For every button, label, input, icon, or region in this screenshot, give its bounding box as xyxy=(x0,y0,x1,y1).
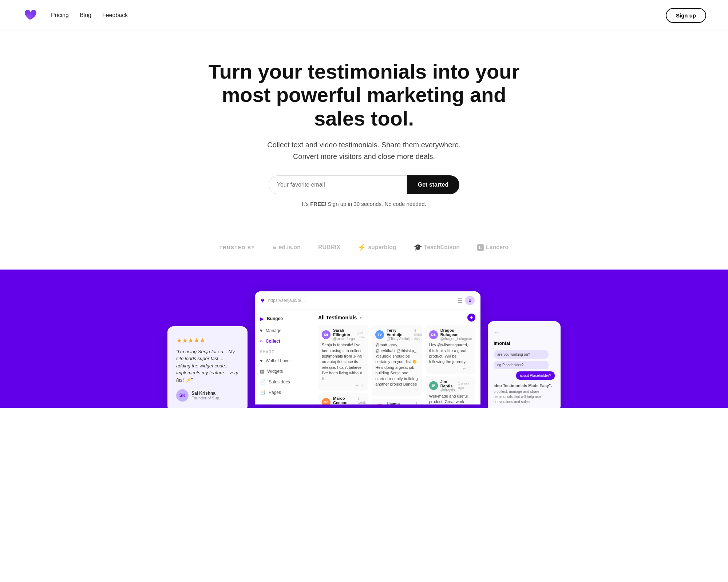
nav-links: Pricing Blog Feedback xyxy=(51,12,128,19)
sales-docs-icon: 📄 xyxy=(260,379,266,384)
dashboard-topbar: ♥ https://senja.io/p/... ☰ U xyxy=(255,291,480,310)
testimonial-author-name: Terry Verduijn xyxy=(387,328,412,337)
pages-icon: 📑 xyxy=(260,390,266,395)
sidebar-item-wall-of-love[interactable]: ♥ Wall of Love xyxy=(255,355,313,366)
hero-title: Turn your testimonials into your most po… xyxy=(207,60,521,130)
right-chat-card: ← imonial are you working on? ng Placeho… xyxy=(488,321,561,408)
trusted-logo-teachedison: 🎓 TeachEdison xyxy=(414,243,460,251)
star-rating: ★★★★★ xyxy=(176,336,239,344)
testimonial-time: 1 week ago xyxy=(357,396,366,404)
nav-link-pricing[interactable]: Pricing xyxy=(51,12,69,19)
chat-bubbles: are you working on? ng Placeholder? abou… xyxy=(494,350,555,380)
author-name: Sai Krishna xyxy=(191,391,222,396)
trusted-logo-rubrix: RUBRIX xyxy=(318,244,340,251)
table-row: TV Terry Verduijn @TerryVerduijn 4 minut… xyxy=(372,325,422,396)
table-row: MC Marco Ceccon @macedorga 1 week ago Th… xyxy=(318,393,368,404)
table-row: DB Dragos Bulugean @dragos_bulugean 1 we… xyxy=(426,325,475,374)
heart-icon[interactable]: ♡ xyxy=(468,366,472,371)
testimonial-author-name: Usama Khalid xyxy=(387,402,413,404)
hero-cta: Get started xyxy=(207,175,521,194)
get-started-button[interactable]: Get started xyxy=(407,175,459,194)
trusted-label: TRUSTED BY xyxy=(219,245,255,250)
dashboard-body: ▶ Bungee ♥ Manage ○ Collect SHARE ♥ Wall xyxy=(255,310,480,404)
back-icon[interactable]: ← xyxy=(494,328,555,336)
testimonial-text: Well-made and useful product. Great work… xyxy=(429,394,472,404)
avatar: SE xyxy=(322,330,331,339)
user-avatar: U xyxy=(465,296,475,305)
dashboard-main-header: All Testimonials ▾ + xyxy=(318,314,475,322)
list-item: ng Placeholder? xyxy=(494,361,549,369)
testimonials-col2: TV Terry Verduijn @TerryVerduijn 4 minut… xyxy=(372,325,422,404)
sidebar-brand-icon: ▶ xyxy=(260,316,264,322)
signup-button[interactable]: Sign up xyxy=(666,8,706,23)
testimonial-author-name: Sarah Ellington xyxy=(333,328,355,337)
logo[interactable] xyxy=(22,7,38,24)
testimonial-author-handle: @draptis xyxy=(440,388,455,392)
table-row: UK Usama Khalid @usama_khalid 1 week ago… xyxy=(372,399,422,404)
testimonial-author-handle: @dragos_bulugean xyxy=(440,337,472,341)
avatar: JR xyxy=(429,381,438,390)
hero-fine-print: It's FREE! Sign up in 30 seconds. No cod… xyxy=(207,201,521,207)
author-role: Founder of Sup... xyxy=(191,396,222,400)
trusted-logos: ≡ ed.is.on RUBRIX ⚡ superblog 🎓 TeachEdi… xyxy=(273,243,509,251)
avatar: MC xyxy=(322,398,331,404)
table-row: SE Sarah Ellington @macedorga just now S… xyxy=(318,325,368,391)
reply-icon[interactable]: ↩ xyxy=(463,366,466,371)
right-card-testimonial-label: ideo Testimonials Made Easy". xyxy=(494,383,555,388)
dashboard-main: All Testimonials ▾ + SE Sarah Ellington xyxy=(313,310,480,404)
manage-icon: ♥ xyxy=(260,328,263,333)
sidebar-item-pages[interactable]: 📑 Pages xyxy=(255,387,313,398)
left-testimonial-card: ★★★★★ "I'm using Senja for su... My site… xyxy=(167,326,248,408)
avatar: DB xyxy=(429,330,438,339)
nav-link-feedback[interactable]: Feedback xyxy=(102,12,128,19)
sidebar-item-manage[interactable]: ♥ Manage xyxy=(255,325,313,336)
right-card-testimonial-text: o collect, manage and share testimonials… xyxy=(494,389,555,404)
sidebar-share-divider: SHARE xyxy=(255,346,313,355)
reply-icon[interactable]: ↩ xyxy=(355,383,359,388)
right-card-title: imonial xyxy=(494,340,555,346)
testimonial-time: 1 week ago xyxy=(458,382,472,390)
testimonial-time: 4 minutes ago xyxy=(414,328,422,340)
add-testimonial-button[interactable]: + xyxy=(467,314,475,322)
sidebar-item-sales-docs[interactable]: 📄 Sales docs xyxy=(255,376,313,387)
testimonial-time: 1 week ago xyxy=(475,328,475,340)
nav-link-blog[interactable]: Blog xyxy=(80,12,91,19)
left-card-author: SK Sai Krishna Founder of Sup... xyxy=(176,389,239,402)
avatar: TV xyxy=(375,330,384,339)
dashboard-sidebar: ▶ Bungee ♥ Manage ○ Collect SHARE ♥ Wall xyxy=(255,310,313,404)
testimonial-time: 1 week ago xyxy=(415,402,422,404)
table-row: JR Jim Raptis @draptis 1 week ago Well-m… xyxy=(426,376,475,404)
trusted-logo-lancero: L Lancero xyxy=(477,244,509,251)
testimonials-col3: DB Dragos Bulugean @dragos_bulugean 1 we… xyxy=(426,325,475,404)
trusted-section: TRUSTED BY ≡ ed.is.on RUBRIX ⚡ superblog… xyxy=(0,229,728,270)
dashboard-inner: ★★★★★ "I'm using Senja for su... My site… xyxy=(164,291,564,404)
testimonial-text: @matt_gray_ @arvidkahl @thisiskp_ @eubol… xyxy=(375,342,418,387)
testimonial-time: just now xyxy=(357,331,364,339)
hero-subtitle: Collect text and video testimonials. Sha… xyxy=(207,139,521,162)
testimonial-author-handle: @macedorga xyxy=(333,337,355,341)
collect-icon: ○ xyxy=(260,338,263,344)
testimonials-col1: SE Sarah Ellington @macedorga just now S… xyxy=(318,325,368,404)
sidebar-item-widgets[interactable]: ▦ Widgets xyxy=(255,366,313,376)
all-testimonials-title: All Testimonials xyxy=(318,315,357,320)
reply-icon[interactable]: ↩ xyxy=(409,388,412,393)
avatar: UK xyxy=(375,404,384,404)
testimonial-text: Senja is fantastic! I've been using it t… xyxy=(322,342,364,382)
list-item: are you working on? xyxy=(494,350,549,359)
testimonial-text: Hey @wilsonsquared, this looks like a gr… xyxy=(429,342,472,365)
left-card-quote: "I'm using Senja for su... My site loads… xyxy=(176,348,239,384)
avatar: SK xyxy=(176,389,189,402)
sidebar-item-collect[interactable]: ○ Collect xyxy=(255,336,313,346)
sidebar-brand-name: Bungee xyxy=(267,316,283,321)
testimonial-author-name: Jim Raptis xyxy=(440,379,455,388)
widgets-icon: ▦ xyxy=(260,368,264,374)
heart-icon[interactable]: ♡ xyxy=(361,383,364,388)
heart-icon[interactable]: ♡ xyxy=(415,388,418,393)
testimonial-author-name: Dragos Bulugean xyxy=(440,328,472,337)
dashboard-section: ★★★★★ "I'm using Senja for su... My site… xyxy=(0,270,728,408)
testimonials-columns: SE Sarah Ellington @macedorga just now S… xyxy=(318,325,475,404)
hero-section: Turn your testimonials into your most po… xyxy=(200,31,528,229)
email-input[interactable] xyxy=(269,175,407,194)
trusted-logo-superblog: ⚡ superblog xyxy=(358,243,396,251)
chevron-down-icon: ▾ xyxy=(360,315,362,320)
